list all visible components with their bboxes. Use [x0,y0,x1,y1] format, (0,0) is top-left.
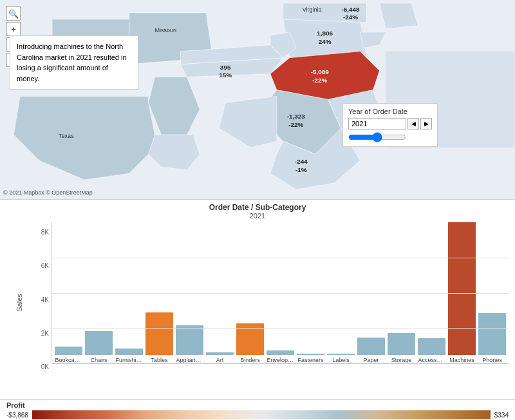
bar-group-1: Chairs [85,222,113,363]
virginia-label: Virginia [303,6,322,13]
y-tick-8k: 8K [41,229,49,236]
bar-label-3: Tables [151,357,167,363]
y-tick-2k: 2K [41,330,49,337]
bar-label-1: Chairs [90,357,107,363]
profit-min: -$3,868 [6,412,28,419]
tooltip-text: Introducing machines to the North Caroli… [17,43,127,82]
ga-value: -1,323 [287,113,306,120]
bar-labels[interactable] [327,354,355,355]
missouri-label: Missouri [155,27,176,33]
y-axis: 8K 6K 4K 2K 0K [32,229,52,370]
bar-group-12: Accessor... [418,222,445,363]
profit-label: Profit [6,401,25,409]
fl-value: -244 [295,158,308,165]
y-axis-label: Sales [15,294,23,312]
fl-pct: -1% [295,166,307,173]
bar-paper[interactable] [357,338,385,355]
y-tick-0k: 0K [41,363,49,370]
profit-gradient-bar [32,410,491,419]
bar-group-6: Binders [236,222,264,363]
bar-bookcases[interactable] [55,347,82,355]
bar-label-4: Applianc... [176,357,203,363]
bars-container: BookcasesChairsFurnishin...TablesApplian… [52,222,509,364]
profit-max: $334 [494,412,509,419]
y-tick-6k: 6K [41,262,49,269]
pa-value: -6,448 [341,6,360,13]
bar-storage[interactable] [388,333,415,355]
bar-group-8: Fasteners [297,222,324,363]
bar-group-2: Furnishin... [115,222,143,363]
tn-value: 395 [220,64,231,71]
year-slider[interactable] [348,132,406,142]
bar-furnishin[interactable] [115,348,143,355]
bar-group-10: Paper [357,222,385,363]
map-copyright: © 2021 Mapbox © OpenStreetMap [3,189,93,196]
bar-group-4: Applianc... [176,222,203,363]
texas-label: Texas [59,133,74,139]
bar-group-14: Phones [478,222,506,363]
search-btn[interactable]: 🔍 [6,6,21,21]
bar-art[interactable] [206,352,234,355]
bar-group-13: Machines [448,222,476,363]
profit-section: Profit -$3,868 $334 [0,399,515,420]
bar-label-6: Binders [240,357,260,363]
bar-label-0: Bookcases [55,357,82,363]
chart-area: Sales 8K 6K 4K 2K 0K BookcasesChairsFurn… [6,222,509,377]
bar-group-5: Art [206,222,234,363]
bar-group-9: Labels [327,222,355,363]
chart-section: Order Date / Sub-Category 2021 Sales 8K … [0,200,515,399]
bar-label-12: Accessor... [418,357,445,363]
bar-group-3: Tables [145,222,173,363]
year-input[interactable]: 2021 [348,118,406,129]
bar-binders[interactable] [236,323,264,355]
state-nj [379,3,418,29]
ga-pct: -22% [288,121,303,128]
bar-label-2: Furnishin... [116,357,143,363]
bar-label-9: Labels [332,357,350,363]
bar-group-0: Bookcases [55,222,82,363]
chart-subtitle: 2021 [6,212,509,220]
zoom-in-btn[interactable]: + [6,22,21,36]
bar-label-8: Fasteners [297,357,323,363]
bar-label-10: Paper [363,357,379,363]
va-pct: 24% [319,38,332,45]
map-tooltip: Introducing machines to the North Caroli… [10,35,138,90]
bar-label-14: Phones [482,357,502,363]
va-value: 1,806 [317,30,333,37]
nc-pct: -22% [312,77,327,84]
bar-group-7: Envelopes [267,222,294,363]
bar-machines[interactable] [448,222,476,355]
chart-title: Order Date / Sub-Category [6,203,509,212]
year-prev-btn[interactable]: ◀ [407,118,419,129]
bar-accessor[interactable] [418,338,445,355]
bar-group-11: Storage [388,222,415,363]
bar-label-7: Envelopes [267,357,294,363]
pa-pct: -24% [343,14,358,21]
bar-envelopes[interactable] [267,350,294,355]
year-filter-label: Year of Order Date [348,108,432,115]
y-tick-4k: 4K [41,296,49,303]
bar-label-11: Storage [391,357,412,363]
bar-applianc[interactable] [176,325,203,355]
bar-label-5: Art [216,357,224,363]
bar-label-13: Machines [449,357,474,363]
bar-tables[interactable] [145,312,173,355]
bar-phones[interactable] [478,313,506,355]
bar-fasteners[interactable] [297,354,324,355]
tn-pct: 15% [219,72,232,79]
nc-value: -5,089 [311,68,330,75]
map-section: Kansas Missouri Virginia -5,089 -22% 1,8… [0,0,515,200]
year-filter: Year of Order Date 2021 ◀ ▶ [342,103,438,147]
bar-chairs[interactable] [85,331,113,355]
year-next-btn[interactable]: ▶ [420,118,432,129]
